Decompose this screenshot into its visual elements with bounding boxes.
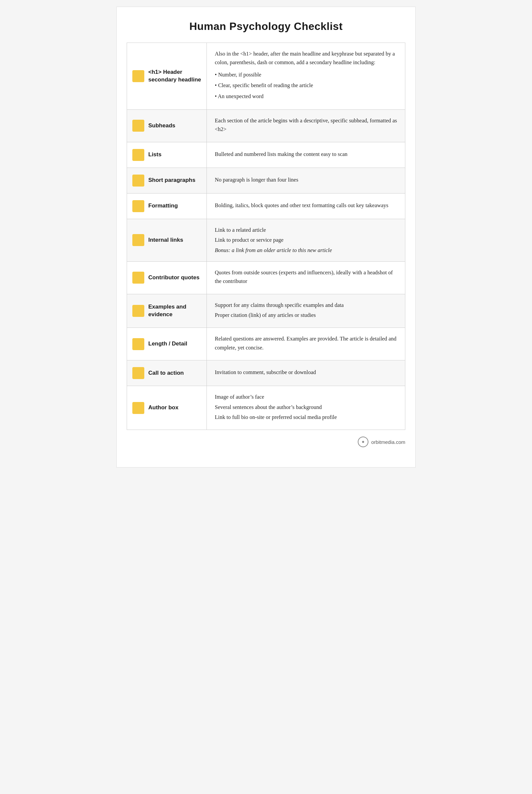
detail-line: Also in the <h1> header, after the main … [215, 50, 397, 67]
table-row: Author boxImage of author’s faceSeveral … [127, 386, 405, 430]
label-text: Length / Detail [148, 340, 187, 348]
table-row: FormattingBolding, italics, block quotes… [127, 193, 405, 219]
detail-line: Proper citation (link) of any articles o… [215, 311, 397, 320]
label-inner: Examples and evidence [132, 303, 201, 319]
label-cell-formatting: Formatting [127, 193, 207, 219]
table-row: Short paragraphsNo paragraph is longer t… [127, 168, 405, 193]
label-inner: Lists [132, 149, 201, 161]
label-text: <h1> Header secondary headline [148, 69, 201, 84]
detail-line: Link to a related article [215, 226, 397, 234]
detail-line: Bolding, italics, block quotes and other… [215, 201, 397, 210]
detail-line: Related questions are answered. Examples… [215, 335, 397, 352]
detail-line: Support for any claims through specific … [215, 301, 397, 309]
label-cell-length-detail: Length / Detail [127, 328, 207, 360]
checkbox-icon[interactable] [132, 174, 144, 187]
detail-line: Link to full bio on-site or preferred so… [215, 413, 397, 422]
label-inner: Author box [132, 402, 201, 414]
label-inner: Length / Detail [132, 338, 201, 350]
detail-line: Bulleted and numbered lists making the c… [215, 150, 397, 158]
detail-cell-author-box: Image of author’s faceSeveral sentences … [207, 386, 405, 430]
checkbox-icon[interactable] [132, 272, 144, 284]
logo-dot [362, 441, 364, 443]
table-row: Length / DetailRelated questions are ans… [127, 328, 405, 360]
label-cell-call-to-action: Call to action [127, 360, 207, 386]
detail-line: Each section of the article begins with … [215, 116, 397, 134]
bullet-item: Clear, specific benefit of reading the a… [215, 81, 397, 90]
label-text: Internal links [148, 237, 183, 244]
detail-cell-length-detail: Related questions are answered. Examples… [207, 328, 405, 360]
checkbox-icon[interactable] [132, 70, 144, 82]
bullet-item: An unexpected word [215, 92, 397, 101]
detail-cell-h1-header: Also in the <h1> header, after the main … [207, 43, 405, 110]
checkbox-icon[interactable] [132, 200, 144, 212]
page-title: Human Psychology Checklist [127, 20, 405, 33]
label-cell-lists: Lists [127, 142, 207, 168]
detail-cell-short-paragraphs: No paragraph is longer than four lines [207, 168, 405, 193]
detail-line: No paragraph is longer than four lines [215, 175, 397, 184]
label-text: Call to action [148, 370, 184, 377]
page-container: Human Psychology Checklist <h1> Header s… [116, 7, 416, 468]
detail-cell-contributor-quotes: Quotes from outside sources (experts and… [207, 261, 405, 294]
label-text: Lists [148, 151, 162, 158]
detail-line: Invitation to comment, subscribe or down… [215, 368, 397, 377]
checkbox-icon[interactable] [132, 234, 144, 246]
detail-cell-internal-links: Link to a related articleLink to product… [207, 219, 405, 261]
detail-line: Quotes from outside sources (experts and… [215, 268, 397, 286]
detail-cell-examples-evidence: Support for any claims through specific … [207, 294, 405, 328]
logo-text: orbitmedia.com [371, 439, 405, 445]
label-cell-internal-links: Internal links [127, 219, 207, 261]
checkbox-icon[interactable] [132, 338, 144, 350]
label-cell-contributor-quotes: Contributor quotes [127, 261, 207, 294]
label-inner: <h1> Header secondary headline [132, 69, 201, 84]
label-inner: Internal links [132, 234, 201, 246]
label-inner: Subheads [132, 120, 201, 132]
label-inner: Contributor quotes [132, 272, 201, 284]
table-row: Examples and evidenceSupport for any cla… [127, 294, 405, 328]
checkbox-icon[interactable] [132, 305, 144, 317]
label-cell-subheads: Subheads [127, 109, 207, 142]
detail-line: Link to product or service page [215, 236, 397, 244]
table-row: Call to actionInvitation to comment, sub… [127, 360, 405, 386]
label-inner: Short paragraphs [132, 174, 201, 187]
label-text: Short paragraphs [148, 176, 195, 184]
bullet-list: Number, if possibleClear, specific benef… [215, 71, 397, 101]
label-cell-author-box: Author box [127, 386, 207, 430]
checkbox-icon[interactable] [132, 402, 144, 414]
label-inner: Call to action [132, 367, 201, 379]
detail-line: Several sentences about the author’s bac… [215, 403, 397, 412]
table-row: <h1> Header secondary headlineAlso in th… [127, 43, 405, 110]
checkbox-icon[interactable] [132, 149, 144, 161]
detail-cell-lists: Bulleted and numbered lists making the c… [207, 142, 405, 168]
label-inner: Formatting [132, 200, 201, 212]
table-row: Internal linksLink to a related articleL… [127, 219, 405, 261]
table-row: SubheadsEach section of the article begi… [127, 109, 405, 142]
bullet-item: Number, if possible [215, 71, 397, 79]
checkbox-icon[interactable] [132, 120, 144, 132]
detail-cell-call-to-action: Invitation to comment, subscribe or down… [207, 360, 405, 386]
label-cell-h1-header: <h1> Header secondary headline [127, 43, 207, 110]
label-text: Formatting [148, 202, 178, 210]
italic-line: Bonus: a link from an older article to t… [215, 246, 397, 255]
table-row: ListsBulleted and numbered lists making … [127, 142, 405, 168]
label-cell-short-paragraphs: Short paragraphs [127, 168, 207, 193]
detail-line: Image of author’s face [215, 393, 397, 401]
footer-logo: orbitmedia.com [127, 437, 405, 447]
detail-cell-subheads: Each section of the article begins with … [207, 109, 405, 142]
label-text: Contributor quotes [148, 274, 200, 282]
checklist-table: <h1> Header secondary headlineAlso in th… [127, 42, 405, 430]
label-text: Author box [148, 404, 178, 412]
label-text: Examples and evidence [148, 303, 201, 319]
table-row: Contributor quotesQuotes from outside so… [127, 261, 405, 294]
detail-cell-formatting: Bolding, italics, block quotes and other… [207, 193, 405, 219]
label-text: Subheads [148, 122, 175, 130]
label-cell-examples-evidence: Examples and evidence [127, 294, 207, 328]
checkbox-icon[interactable] [132, 367, 144, 379]
logo-icon [358, 437, 368, 447]
